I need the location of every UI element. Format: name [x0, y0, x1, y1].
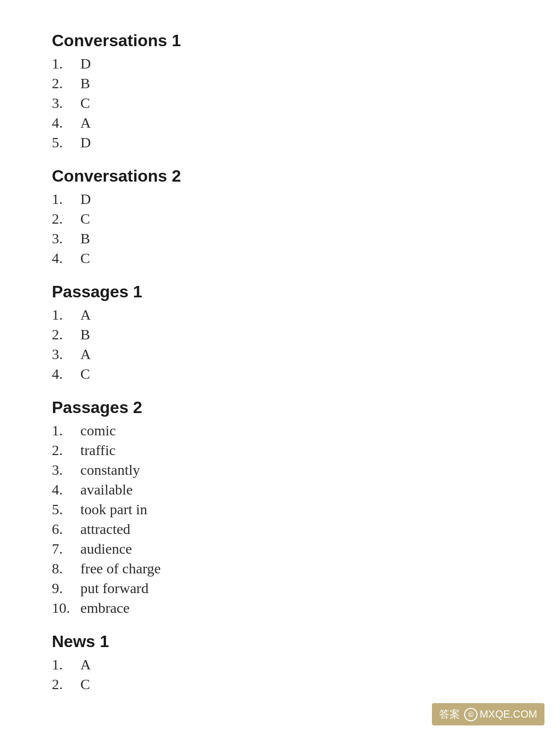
answer-number: 7.	[52, 541, 80, 557]
answer-number: 1.	[52, 191, 80, 208]
watermark-circle: ©	[464, 708, 478, 721]
answer-number: 2.	[52, 75, 80, 92]
answer-item: 3.A	[52, 346, 508, 363]
answer-value: took part in	[80, 501, 147, 518]
answer-number: 8.	[52, 560, 80, 577]
answer-item: 2.traffic	[52, 442, 508, 459]
answer-item: 1.A	[52, 307, 508, 323]
section-conversations1: Conversations 11.D2.B3.C4.A5.D	[52, 31, 508, 151]
answer-list-conversations2: 1.D2.C3.B4.C	[52, 191, 508, 267]
answer-item: 10.embrace	[52, 600, 508, 616]
answer-number: 2.	[52, 211, 80, 227]
answer-list-passages2: 1.comic2.traffic3.constantly4.available5…	[52, 422, 508, 616]
answer-item: 1.comic	[52, 422, 508, 439]
answer-value: D	[80, 191, 91, 208]
section-passages2: Passages 21.comic2.traffic3.constantly4.…	[52, 398, 508, 616]
answer-item: 3.C	[52, 95, 508, 112]
answer-value: C	[80, 676, 90, 693]
answer-number: 3.	[52, 346, 80, 363]
section-news1: News 11.A2.C	[52, 632, 508, 693]
answer-value: embrace	[80, 600, 130, 616]
answer-number: 4.	[52, 115, 80, 131]
answer-number: 10.	[52, 600, 80, 616]
answer-value: A	[80, 307, 91, 323]
answer-item: 2.C	[52, 676, 508, 693]
answer-number: 4.	[52, 482, 80, 498]
watermark: 答案 © MXQE.COM	[432, 703, 544, 725]
answer-item: 6.attracted	[52, 521, 508, 538]
answer-value: B	[80, 230, 90, 247]
answer-number: 1.	[52, 422, 80, 439]
answer-value: A	[80, 115, 91, 131]
answer-item: 5.D	[52, 134, 508, 151]
answer-number: 3.	[52, 462, 80, 478]
answer-list-conversations1: 1.D2.B3.C4.A5.D	[52, 56, 508, 151]
answer-item: 1.A	[52, 656, 508, 673]
section-passages1: Passages 11.A2.B3.A4.C	[52, 282, 508, 382]
answer-value: B	[80, 75, 90, 92]
answer-item: 3.B	[52, 230, 508, 247]
watermark-text: 答案	[439, 707, 460, 721]
answer-item: 9.put forward	[52, 580, 508, 597]
answer-item: 4.A	[52, 115, 508, 131]
answer-value: traffic	[80, 442, 116, 459]
answer-item: 1.D	[52, 56, 508, 72]
answer-item: 8.free of charge	[52, 560, 508, 577]
section-title-passages1: Passages 1	[52, 282, 508, 301]
answer-number: 5.	[52, 501, 80, 518]
answer-value: D	[80, 134, 91, 151]
answer-number: 9.	[52, 580, 80, 597]
answer-value: A	[80, 346, 91, 363]
answer-number: 3.	[52, 230, 80, 247]
answer-number: 2.	[52, 676, 80, 693]
answer-value: D	[80, 56, 91, 72]
answer-item: 2.C	[52, 211, 508, 227]
answer-value: A	[80, 656, 91, 673]
answer-number: 2.	[52, 326, 80, 343]
answer-value: comic	[80, 422, 116, 439]
answer-item: 7.audience	[52, 541, 508, 557]
answer-value: C	[80, 250, 90, 267]
answer-number: 6.	[52, 521, 80, 538]
section-title-passages2: Passages 2	[52, 398, 508, 417]
answer-number: 4.	[52, 366, 80, 382]
answer-value: put forward	[80, 580, 148, 597]
answer-item: 4.available	[52, 482, 508, 498]
answer-value: constantly	[80, 462, 140, 478]
answer-item: 4.C	[52, 250, 508, 267]
answer-item: 1.D	[52, 191, 508, 208]
answer-value: B	[80, 326, 90, 343]
watermark-site: MXQE.COM	[480, 708, 537, 720]
answer-value: C	[80, 211, 90, 227]
answer-number: 5.	[52, 134, 80, 151]
answer-number: 2.	[52, 442, 80, 459]
answer-number: 4.	[52, 250, 80, 267]
section-conversations2: Conversations 21.D2.C3.B4.C	[52, 167, 508, 267]
answer-value: attracted	[80, 521, 130, 538]
answer-list-passages1: 1.A2.B3.A4.C	[52, 307, 508, 382]
answer-value: C	[80, 366, 90, 382]
answer-number: 1.	[52, 56, 80, 72]
answer-value: audience	[80, 541, 132, 557]
answer-list-news1: 1.A2.C	[52, 656, 508, 693]
answer-item: 2.B	[52, 326, 508, 343]
answer-item: 4.C	[52, 366, 508, 382]
answer-value: available	[80, 482, 133, 498]
section-title-conversations1: Conversations 1	[52, 31, 508, 50]
section-title-conversations2: Conversations 2	[52, 167, 508, 186]
answer-item: 5.took part in	[52, 501, 508, 518]
answer-number: 3.	[52, 95, 80, 112]
answer-item: 3.constantly	[52, 462, 508, 478]
section-title-news1: News 1	[52, 632, 508, 651]
answer-item: 2.B	[52, 75, 508, 92]
answer-number: 1.	[52, 656, 80, 673]
answer-value: C	[80, 95, 90, 112]
answer-value: free of charge	[80, 560, 161, 577]
answer-number: 1.	[52, 307, 80, 323]
